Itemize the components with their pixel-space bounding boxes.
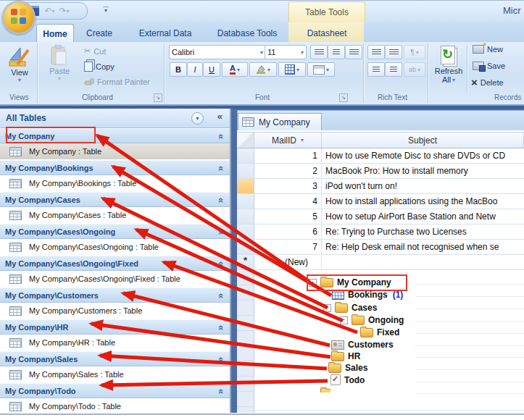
subject-cell[interactable]: How to setup AirPort Base Station and Ne… [322, 209, 524, 224]
view-button[interactable]: View ▾ [4, 45, 35, 83]
collapse-chevron-icon[interactable]: « [216, 166, 227, 171]
underline-button[interactable]: U [203, 62, 220, 77]
tree-item-todo[interactable]: Todo [330, 374, 365, 385]
table-row[interactable]: 2 MacBook Pro: How to install memory [237, 164, 524, 179]
shutter-bar-collapse-icon[interactable]: « [217, 111, 223, 122]
delete-record-button[interactable]: × Delete [471, 78, 504, 87]
record-selector[interactable] [237, 164, 254, 179]
document-tab-my-company[interactable]: My Company [238, 113, 322, 131]
save-record-button[interactable]: Save [473, 62, 505, 70]
mailid-cell[interactable]: 1 [254, 148, 322, 164]
record-selector[interactable] [237, 224, 254, 240]
collapse-chevron-icon[interactable]: « [216, 325, 227, 330]
format-painter-button[interactable]: Format Painter [84, 77, 150, 86]
decrease-indent-button[interactable] [367, 45, 385, 59]
undo-icon[interactable]: ↶▾ [43, 5, 56, 17]
tab-datasheet[interactable]: Datasheet [296, 24, 358, 42]
mailid-cell[interactable]: 5 [254, 209, 322, 224]
tree-item-bookings[interactable]: Bookings (1) [332, 290, 403, 300]
align-right-button[interactable] [345, 45, 362, 59]
nav-group-ongoing[interactable]: My Company\Cases\Ongoing« [0, 224, 230, 239]
bullet-list-button[interactable] [385, 62, 402, 77]
collapse-chevron-icon[interactable]: « [216, 389, 227, 394]
tree-item-sales[interactable]: Sales [328, 363, 367, 373]
collapse-chevron-icon[interactable]: « [216, 261, 227, 266]
collapse-chevron-icon[interactable]: « [216, 230, 227, 235]
tree-item-my-company[interactable]: - My Company [309, 277, 391, 287]
tab-external-data[interactable]: External Data [128, 24, 203, 42]
nav-item-bookings-table[interactable]: My Company\Bookings : Table [0, 175, 230, 191]
collapse-icon[interactable]: - [340, 316, 348, 324]
nav-group-cases[interactable]: My Company\Cases« [0, 192, 230, 207]
nav-menu-caret-icon[interactable]: ▼ [191, 112, 204, 125]
numbered-list-button[interactable] [367, 62, 385, 77]
increase-indent-button[interactable] [385, 45, 402, 59]
nav-group-hr[interactable]: My Company\HR« [0, 319, 230, 335]
table-row[interactable]: 5 How to setup AirPort Base Station and … [237, 209, 524, 224]
collapse-chevron-icon[interactable]: « [216, 198, 227, 203]
tree-item-cases[interactable]: - Cases [323, 303, 377, 313]
subject-cell[interactable]: How to install applications using the Ma… [322, 194, 524, 209]
mailid-cell[interactable]: 2 [254, 164, 322, 179]
subject-cell[interactable]: MacBook Pro: How to install memory [322, 164, 524, 179]
mailid-cell[interactable]: 7 [254, 240, 322, 255]
record-selector[interactable] [237, 194, 254, 209]
tree-item-fixed[interactable]: Fixed [360, 327, 399, 337]
redo-icon[interactable]: ↷▾ [58, 5, 70, 17]
highlight-button[interactable]: ab ▾ [404, 62, 425, 77]
customize-qat-icon[interactable]: —▾ [100, 4, 112, 16]
record-selector-highlighted[interactable] [237, 179, 254, 194]
record-selector[interactable] [237, 240, 254, 255]
nav-group-my-company[interactable]: My Company« [0, 128, 230, 143]
fill-color-button[interactable]: ▾ [249, 62, 277, 77]
tab-home[interactable]: Home [36, 24, 74, 43]
mailid-cell[interactable]: 6 [254, 224, 322, 240]
collapse-chevron-icon[interactable]: « [216, 134, 227, 139]
italic-button[interactable]: I [187, 62, 203, 77]
alternate-fill-button[interactable]: ▾ [307, 62, 335, 77]
nav-group-bookings[interactable]: My Company\Bookings« [0, 160, 230, 175]
bold-button[interactable]: B [170, 62, 187, 77]
subject-cell[interactable]: Re: Trying to Purchase two Licenses [322, 224, 524, 240]
font-name-combo[interactable]: Calibri ▾ [169, 45, 266, 59]
mailid-sort-caret[interactable]: ▾ [301, 137, 304, 143]
mailid-cell[interactable]: 3 [254, 179, 322, 194]
office-button[interactable] [2, 1, 36, 34]
table-row[interactable]: 4 How to install applications using the … [237, 194, 524, 209]
nav-group-sales[interactable]: My Company\Sales« [0, 351, 230, 366]
subject-cell[interactable]: iPod won't turn on! [322, 179, 524, 194]
nav-item-todo-table[interactable]: My Company\Todo : Table [0, 398, 230, 414]
column-header-mailid[interactable]: MailID ▾ [254, 132, 322, 148]
nav-item-ongoing-table[interactable]: My Company\Cases\Ongoing : Table [0, 239, 230, 255]
tree-item-ongoing[interactable]: - Ongoing [340, 315, 404, 325]
nav-item-fixed-table[interactable]: My Company\Cases\Ongoing\Fixed : Table [0, 271, 230, 287]
collapse-icon[interactable]: - [323, 304, 331, 312]
new-record-selector[interactable]: * [237, 255, 254, 270]
record-selector[interactable] [237, 148, 254, 164]
cut-button[interactable]: ✂ Cut [84, 46, 106, 56]
subject-cell[interactable] [322, 255, 524, 270]
nav-item-my-company-table[interactable]: My Company : Table [0, 143, 230, 159]
font-dialog-launcher[interactable]: ↘ [339, 93, 348, 102]
nav-item-customers-table[interactable]: My Company\Customers : Table [0, 303, 230, 319]
subject-cell[interactable]: How to use Remote Disc to share DVDs or … [322, 148, 524, 164]
table-row[interactable]: 6 Re: Trying to Purchase two Licenses [237, 224, 524, 240]
table-row[interactable]: 7 Re: Help Desk email not recognised whe… [237, 240, 524, 255]
text-direction-button[interactable]: ¶ ▾ [404, 45, 425, 59]
font-size-combo[interactable]: 11 ▾ [265, 45, 307, 59]
new-record-row[interactable]: * (New) [237, 255, 524, 270]
subject-cell[interactable]: Re: Help Desk email not recognised when … [322, 240, 524, 255]
new-record-button[interactable]: * New [473, 45, 503, 54]
nav-item-hr-table[interactable]: My Company\HR : Table [0, 335, 230, 350]
nav-group-customers[interactable]: My Company\Customers« [0, 287, 230, 303]
new-record-cell[interactable]: (New) [254, 255, 322, 270]
collapse-chevron-icon[interactable]: « [216, 357, 227, 362]
nav-group-fixed[interactable]: My Company\Cases\Ongoing\Fixed« [0, 256, 230, 271]
align-center-button[interactable] [328, 45, 345, 59]
collapse-icon[interactable]: - [309, 279, 317, 287]
gridlines-button[interactable]: ▾ [278, 62, 306, 77]
refresh-all-button[interactable]: ↻ Refresh All▾ [432, 45, 465, 84]
nav-item-cases-table[interactable]: My Company\Cases : Table [0, 207, 230, 223]
mailid-cell[interactable]: 4 [254, 194, 322, 209]
tree-item-hr[interactable]: HR [331, 351, 360, 361]
